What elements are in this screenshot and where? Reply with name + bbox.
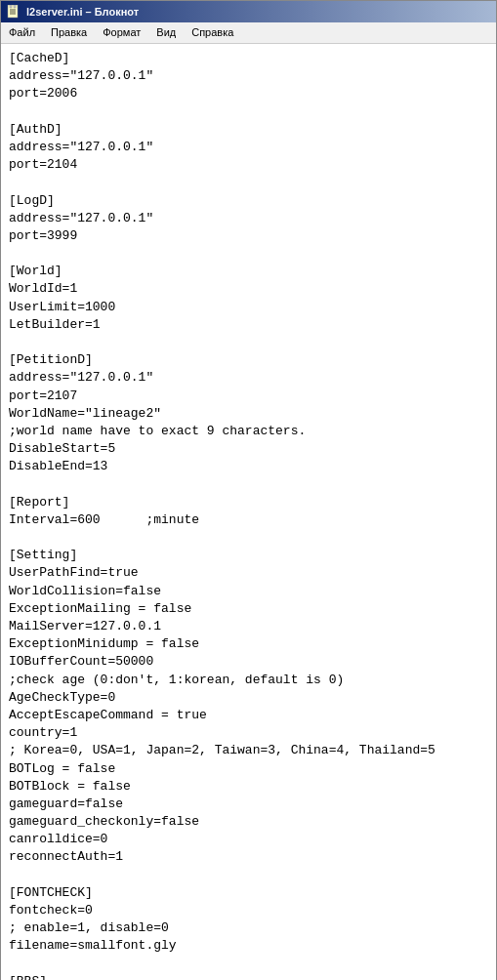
content-line: BOTLog = false bbox=[9, 760, 488, 778]
content-line: canrolldice=0 bbox=[9, 831, 488, 848]
content-line bbox=[9, 174, 488, 191]
content-line: [Report] bbox=[9, 494, 488, 511]
content-line: address="127.0.0.1" bbox=[9, 210, 488, 227]
window-title: l2server.ini – Блокнот bbox=[26, 6, 139, 18]
content-line bbox=[9, 334, 488, 351]
content-line: [LogD] bbox=[9, 192, 488, 210]
content-line: AcceptEscapeCommand = true bbox=[9, 707, 488, 724]
svg-rect-2 bbox=[14, 5, 16, 8]
content-line: fontcheck=0 bbox=[9, 902, 488, 919]
content-line bbox=[9, 476, 488, 494]
menu-format[interactable]: Формат bbox=[95, 24, 148, 41]
main-window: l2server.ini – Блокнот Файл Правка Форма… bbox=[0, 0, 497, 980]
content-line: ;world name have to exact 9 characters. bbox=[9, 423, 488, 440]
content-line: ; Korea=0, USA=1, Japan=2, Taiwan=3, Chi… bbox=[9, 742, 488, 759]
content-line: DisableEnd=13 bbox=[9, 458, 488, 475]
content-line: gameguard=false bbox=[9, 796, 488, 813]
content-line bbox=[9, 529, 488, 547]
content-line: gameguard_checkonly=false bbox=[9, 813, 488, 831]
svg-rect-0 bbox=[8, 5, 18, 18]
content-line: [FONTCHECK] bbox=[9, 884, 488, 902]
content-line: UserLimit=1000 bbox=[9, 299, 488, 316]
menu-view[interactable]: Вид bbox=[148, 24, 184, 41]
content-line: MailServer=127.0.0.1 bbox=[9, 618, 488, 635]
content-line: BOTBlock = false bbox=[9, 778, 488, 796]
content-line bbox=[9, 103, 488, 121]
content-line: UserPathFind=true bbox=[9, 564, 488, 582]
content-line: [PetitionD] bbox=[9, 351, 488, 369]
menu-file[interactable]: Файл bbox=[1, 24, 43, 41]
content-line bbox=[9, 956, 488, 973]
menu-bar: Файл Правка Формат Вид Справка bbox=[1, 22, 496, 44]
svg-rect-1 bbox=[10, 5, 12, 8]
content-line: [AuthD] bbox=[9, 121, 488, 139]
content-line: country=1 bbox=[9, 724, 488, 742]
menu-edit[interactable]: Правка bbox=[43, 24, 95, 41]
notepad-icon bbox=[7, 5, 21, 19]
content-line: WorldName="lineage2" bbox=[9, 405, 488, 423]
content-line: DisableStart=5 bbox=[9, 440, 488, 458]
content-line: port=2104 bbox=[9, 156, 488, 174]
content-line: address="127.0.0.1" bbox=[9, 67, 488, 85]
content-line: filename=smallfont.gly bbox=[9, 937, 488, 955]
content-line: port=3999 bbox=[9, 227, 488, 245]
content-line: WorldCollision=false bbox=[9, 583, 488, 600]
text-content[interactable]: [CacheD]address="127.0.0.1"port=2006 [Au… bbox=[1, 44, 496, 980]
content-line bbox=[9, 867, 488, 884]
content-line: port=2006 bbox=[9, 85, 488, 102]
content-line: AgeCheckType=0 bbox=[9, 689, 488, 707]
content-line: [CacheD] bbox=[9, 50, 488, 67]
title-bar: l2server.ini – Блокнот bbox=[1, 1, 496, 22]
content-line: ;check age (0:don't, 1:korean, default i… bbox=[9, 672, 488, 689]
content-line: IOBufferCount=50000 bbox=[9, 653, 488, 671]
content-line: [Setting] bbox=[9, 547, 488, 564]
content-line: reconnectAuth=1 bbox=[9, 848, 488, 866]
content-line: Interval=600 ;minute bbox=[9, 511, 488, 529]
content-line bbox=[9, 245, 488, 263]
content-line: [BBS] bbox=[9, 973, 488, 980]
content-line: port=2107 bbox=[9, 388, 488, 405]
content-line: LetBuilder=1 bbox=[9, 316, 488, 334]
content-line: [World] bbox=[9, 263, 488, 280]
content-line: ExceptionMailing = false bbox=[9, 600, 488, 618]
content-line: WorldId=1 bbox=[9, 280, 488, 298]
menu-help[interactable]: Справка bbox=[184, 24, 241, 41]
content-line: address="127.0.0.1" bbox=[9, 369, 488, 387]
content-line: address="127.0.0.1" bbox=[9, 139, 488, 156]
content-line: ExceptionMinidump = false bbox=[9, 635, 488, 653]
content-line: ; enable=1, disable=0 bbox=[9, 919, 488, 937]
